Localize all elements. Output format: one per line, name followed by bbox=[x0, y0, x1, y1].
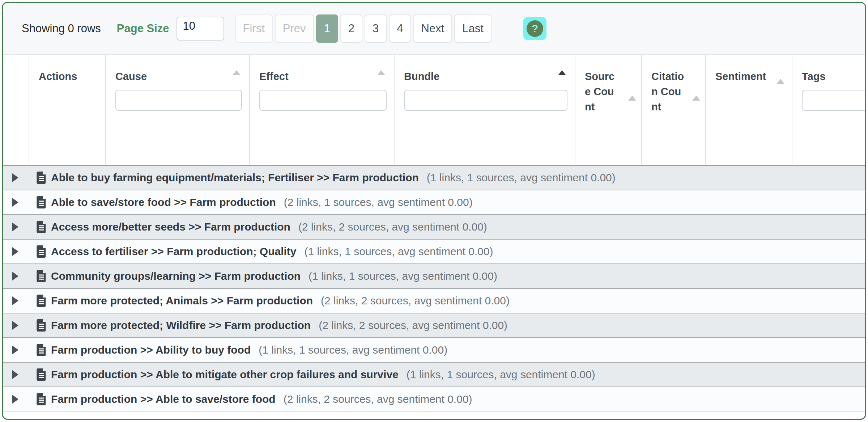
group-summary: (1 links, 1 sources, avg sentiment 0.00) bbox=[259, 344, 447, 356]
header-effect-column[interactable]: Effect bbox=[250, 55, 394, 165]
pagination-page-1-button[interactable]: 1 bbox=[316, 14, 338, 43]
group-row: Farm production >> Able to save/store fo… bbox=[3, 387, 866, 412]
group-row: Farm more protected; Wildfire >> Farm pr… bbox=[3, 313, 866, 338]
pagination: First Prev 1 2 3 4 Next Last bbox=[235, 14, 492, 43]
header-citation-count-column[interactable]: Citation Count bbox=[642, 55, 706, 165]
table-body: Able to buy farming equipment/materials;… bbox=[3, 165, 866, 412]
question-mark-icon: ? bbox=[527, 20, 543, 37]
column-label-citation-count: Citation Count bbox=[651, 69, 686, 114]
pagination-page-3-button[interactable]: 3 bbox=[365, 14, 387, 43]
help-button[interactable]: ? bbox=[523, 17, 546, 40]
expand-caret-icon[interactable] bbox=[12, 223, 18, 231]
table-page: Showing 0 rows Page Size First Prev 1 2 … bbox=[2, 2, 866, 420]
sort-arrow-icon-cause[interactable] bbox=[233, 70, 241, 75]
group-row: Farm more protected; Animals >> Farm pro… bbox=[3, 288, 866, 313]
document-icon bbox=[37, 295, 47, 307]
expand-caret-icon[interactable] bbox=[12, 272, 18, 280]
header-source-count-column[interactable]: Source Count bbox=[575, 55, 642, 165]
bundle-filter-input[interactable] bbox=[404, 90, 567, 111]
group-summary: (2 links, 1 sources, avg sentiment 0.00) bbox=[284, 196, 473, 208]
group-summary: (1 links, 1 sources, avg sentiment 0.00) bbox=[407, 368, 595, 381]
document-icon bbox=[37, 393, 47, 405]
group-title[interactable]: Farm production >> Ability to buy food bbox=[51, 344, 251, 356]
group-title[interactable]: Access more/better seeds >> Farm product… bbox=[51, 221, 290, 233]
pagination-first-button[interactable]: First bbox=[235, 14, 273, 43]
expand-caret-icon[interactable] bbox=[12, 173, 18, 182]
table-header: Actions Cause Effect Bundle bbox=[3, 55, 866, 165]
pagination-prev-button[interactable]: Prev bbox=[275, 14, 314, 43]
pagination-last-button[interactable]: Last bbox=[454, 14, 492, 43]
group-row: Farm production >> Able to mitigate othe… bbox=[3, 362, 866, 387]
column-label-bundle: Bundle bbox=[404, 69, 567, 84]
page-size-label: Page Size bbox=[117, 22, 169, 35]
header-tags-column: Tags bbox=[792, 55, 866, 165]
group-title[interactable]: Farm more protected; Animals >> Farm pro… bbox=[51, 295, 313, 307]
sort-arrow-icon-bundle-active[interactable] bbox=[558, 70, 566, 75]
effect-filter-input[interactable] bbox=[259, 90, 387, 111]
sort-arrow-icon-citation-count[interactable] bbox=[692, 96, 700, 101]
document-icon bbox=[37, 196, 47, 208]
document-icon bbox=[37, 368, 47, 381]
expand-caret-icon[interactable] bbox=[12, 247, 18, 256]
document-icon bbox=[37, 221, 47, 233]
group-summary: (2 links, 2 sources, avg sentiment 0.00) bbox=[321, 295, 510, 307]
expand-caret-icon[interactable] bbox=[12, 395, 18, 404]
page-size-input[interactable] bbox=[176, 17, 224, 41]
cause-filter-input[interactable] bbox=[115, 90, 242, 111]
sort-arrow-icon-effect[interactable] bbox=[377, 70, 385, 75]
column-label-actions: Actions bbox=[39, 69, 98, 84]
group-title[interactable]: Community groups/learning >> Farm produc… bbox=[51, 270, 301, 282]
column-label-cause: Cause bbox=[115, 69, 242, 84]
column-label-sentiment: Sentiment bbox=[715, 69, 773, 84]
sort-arrow-icon-sentiment[interactable] bbox=[776, 79, 784, 84]
group-title[interactable]: Farm more protected; Wildfire >> Farm pr… bbox=[51, 319, 311, 332]
links-table: Actions Cause Effect Bundle bbox=[3, 55, 866, 412]
tags-filter-input[interactable] bbox=[802, 90, 866, 111]
pagination-page-2-button[interactable]: 2 bbox=[340, 14, 362, 43]
header-select-column bbox=[3, 55, 29, 165]
expand-caret-icon[interactable] bbox=[12, 346, 18, 354]
sort-arrow-icon-source-count[interactable] bbox=[628, 96, 636, 101]
group-summary: (1 links, 1 sources, avg sentiment 0.00) bbox=[305, 245, 493, 258]
group-title[interactable]: Farm production >> Able to save/store fo… bbox=[51, 393, 276, 405]
expand-caret-icon[interactable] bbox=[12, 296, 18, 305]
document-icon bbox=[37, 319, 47, 332]
header-bundle-column[interactable]: Bundle bbox=[394, 55, 575, 165]
group-row: Farm production >> Ability to buy food (… bbox=[3, 338, 866, 362]
group-title[interactable]: Access to fertiliser >> Farm production;… bbox=[51, 245, 297, 258]
group-summary: (2 links, 2 sources, avg sentiment 0.00) bbox=[284, 393, 472, 405]
column-label-source-count: Source Count bbox=[585, 69, 620, 114]
group-row: Access to fertiliser >> Farm production;… bbox=[3, 239, 866, 264]
group-row: Able to buy farming equipment/materials;… bbox=[3, 165, 866, 190]
toolbar: Showing 0 rows Page Size First Prev 1 2 … bbox=[3, 3, 865, 55]
group-row: Community groups/learning >> Farm produc… bbox=[3, 264, 866, 288]
group-summary: (1 links, 1 sources, avg sentiment 0.00) bbox=[309, 270, 497, 282]
pagination-next-button[interactable]: Next bbox=[413, 14, 452, 43]
header-cause-column[interactable]: Cause bbox=[106, 55, 250, 165]
group-summary: (2 links, 2 sources, avg sentiment 0.00) bbox=[319, 319, 507, 332]
column-label-tags: Tags bbox=[802, 69, 861, 84]
group-title[interactable]: Able to save/store food >> Farm producti… bbox=[51, 196, 276, 208]
document-icon bbox=[37, 344, 47, 356]
expand-caret-icon[interactable] bbox=[12, 321, 18, 330]
header-sentiment-column[interactable]: Sentiment bbox=[706, 55, 792, 165]
pagination-page-4-button[interactable]: 4 bbox=[389, 14, 411, 43]
group-row: Access more/better seeds >> Farm product… bbox=[3, 215, 866, 239]
expand-caret-icon[interactable] bbox=[12, 370, 18, 379]
group-title[interactable]: Able to buy farming equipment/materials;… bbox=[51, 172, 419, 184]
group-title[interactable]: Farm production >> Able to mitigate othe… bbox=[51, 368, 399, 381]
document-icon bbox=[37, 245, 47, 258]
document-icon bbox=[37, 270, 47, 282]
document-icon bbox=[37, 172, 47, 184]
group-summary: (2 links, 2 sources, avg sentiment 0.00) bbox=[298, 221, 487, 233]
column-label-effect: Effect bbox=[259, 69, 387, 84]
expand-caret-icon[interactable] bbox=[12, 198, 18, 207]
group-row: Able to save/store food >> Farm producti… bbox=[3, 190, 866, 215]
row-count-status: Showing 0 rows bbox=[22, 22, 101, 35]
header-actions-column: Actions bbox=[29, 55, 106, 165]
group-summary: (1 links, 1 sources, avg sentiment 0.00) bbox=[427, 172, 616, 184]
